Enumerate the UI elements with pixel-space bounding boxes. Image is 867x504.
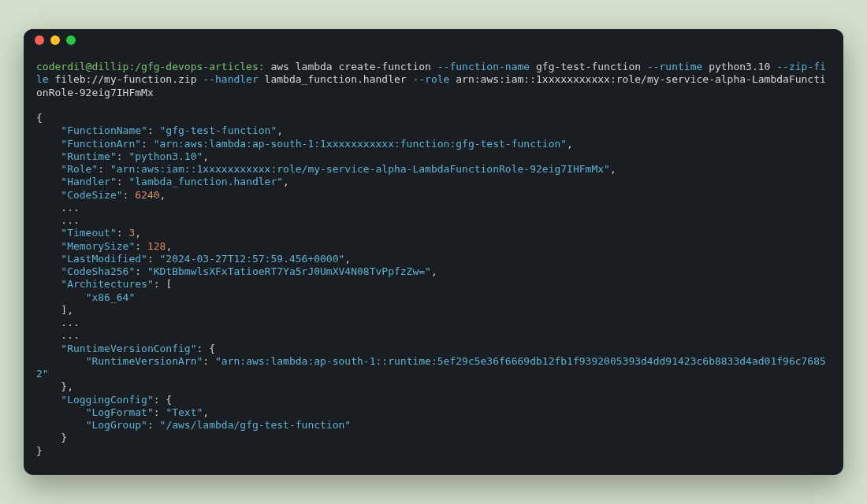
json-close: } <box>36 445 43 457</box>
val-MemorySize: 128 <box>147 240 166 252</box>
ellipsis: ... <box>61 329 79 341</box>
minimize-icon[interactable] <box>50 35 60 45</box>
val-Role: "arn:aws:iam::1xxxxxxxxxxx:role/my-servi… <box>110 163 610 175</box>
key-CodeSha256: "CodeSha256" <box>61 265 135 277</box>
val-FunctionArn: "arn:aws:lambda:ap-south-1:1xxxxxxxxxxx:… <box>154 138 567 150</box>
val-CodeSize: 6240 <box>135 189 159 201</box>
shell-prompt: coderdil@dillip:/gfg-devops-articles: <box>36 61 265 72</box>
key-LogGroup: "LogGroup" <box>86 419 147 431</box>
json-open: { <box>36 112 43 124</box>
key-Timeout: "Timeout" <box>61 227 116 239</box>
ellipsis: ... <box>61 214 79 226</box>
key-FunctionArn: "FunctionArn" <box>61 138 141 150</box>
val-Handler: "lambda_function.handler" <box>128 176 283 187</box>
key-CodeSize: "CodeSize" <box>61 189 122 201</box>
key-LogFormat: "LogFormat" <box>86 406 154 418</box>
val-LastModified: "2024-03-27T12:57:59.456+0000" <box>160 253 345 265</box>
key-FunctionName: "FunctionName" <box>61 124 147 136</box>
val-Runtime: "python3.10" <box>128 150 203 162</box>
key-Handler: "Handler" <box>61 176 116 187</box>
val-LogGroup: "/aws/lambda/gfg-test-function" <box>160 419 352 431</box>
terminal-content[interactable]: coderdil@dillip:/gfg-devops-articles: aw… <box>24 51 843 475</box>
key-LoggingConfig: "LoggingConfig" <box>61 394 153 406</box>
ellipsis: ... <box>61 317 79 328</box>
window-titlebar <box>24 29 843 51</box>
key-Architectures: "Architectures" <box>61 278 153 290</box>
val-CodeSha256: "KDtBbmwlsXFxTatioeRT7Ya5rJ0UmXV4N08TvPp… <box>147 265 431 277</box>
key-Runtime: "Runtime" <box>61 150 116 162</box>
key-RuntimeVersionConfig: "RuntimeVersionConfig" <box>61 343 196 354</box>
close-icon[interactable] <box>35 35 44 45</box>
val-Architectures: "x86_64" <box>86 291 136 303</box>
key-RuntimeVersionArn: "RuntimeVersionArn" <box>86 355 203 367</box>
maximize-icon[interactable] <box>66 35 76 45</box>
key-MemorySize: "MemorySize" <box>61 240 135 252</box>
key-LastModified: "LastModified" <box>61 253 147 265</box>
ellipsis: ... <box>61 202 79 213</box>
val-LogFormat: "Text" <box>166 406 203 418</box>
key-Role: "Role" <box>61 163 98 175</box>
terminal-window: coderdil@dillip:/gfg-devops-articles: aw… <box>24 29 843 475</box>
val-FunctionName: "gfg-test-function" <box>160 124 277 136</box>
